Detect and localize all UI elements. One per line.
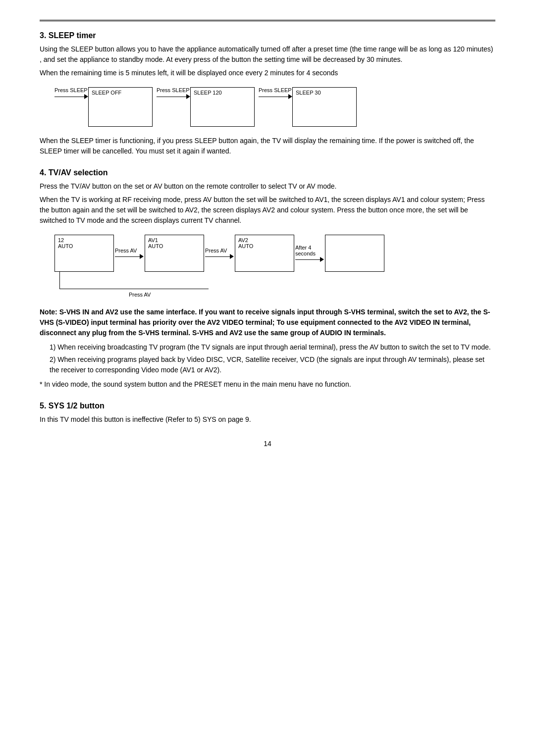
sleep-arrow-3: Press SLEEP (259, 87, 292, 99)
section-4-list-item-1: 1) When receiving broadcasting TV progra… (50, 342, 495, 353)
tvav-feedback: Press AV (54, 272, 495, 298)
tvav-arrow-2-label: Press AV (205, 248, 227, 253)
section-5-para1: In this TV model this button is ineffect… (40, 414, 495, 425)
section-4-para1: Press the TV/AV button on the set or AV … (40, 181, 495, 192)
section-3-heading: 3. SLEEP timer (40, 31, 495, 40)
section-4-para2: When the TV is working at RF receiving m… (40, 195, 495, 226)
sleep-diagram: Press SLEEP SLEEP OFF Press SLEEP SLEEP … (54, 87, 495, 127)
tvav-box-1-line1: 12 (58, 237, 64, 243)
sleep-box-3-label: SLEEP 30 (296, 90, 321, 96)
section-3: 3. SLEEP timer Using the SLEEP button al… (40, 31, 495, 156)
tvav-feedback-label: Press AV (129, 292, 151, 298)
sleep-arrow-2-label: Press SLEEP (157, 87, 190, 93)
sleep-box-1: SLEEP OFF (88, 87, 153, 127)
tvav-box-3: AV2 AUTO (235, 235, 294, 272)
section-5-heading: 5. SYS 1/2 button (40, 402, 495, 410)
section-4-list-item-2: 2) When receiving programs played back b… (50, 354, 495, 375)
sleep-box-3: SLEEP 30 (292, 87, 357, 127)
sleep-arrow-1-label: Press SLEEP (54, 87, 88, 93)
tvav-box-4 (325, 235, 384, 272)
tvav-arrow-3-label: After 4 seconds (295, 245, 316, 256)
tvav-arrow-1: Press AV (115, 248, 144, 259)
page-number: 14 (40, 440, 495, 448)
tvav-arrow-2: Press AV (205, 248, 234, 259)
tvav-box-2-line1: AV1 (148, 237, 158, 243)
section-4-heading: 4. TV/AV selection (40, 168, 495, 177)
section-5: 5. SYS 1/2 button In this TV model this … (40, 402, 495, 425)
tvav-diagram: 12 AUTO Press AV AV1 AUTO Press AV (54, 235, 495, 298)
tvav-box-3-line2: AUTO (238, 243, 253, 249)
tvav-box-3-line1: AV2 (238, 237, 248, 243)
sleep-arrow-2: Press SLEEP (157, 87, 190, 99)
sleep-box-2: SLEEP 120 (190, 87, 255, 127)
top-border (40, 20, 495, 21)
sleep-box-1-label: SLEEP OFF (92, 90, 121, 96)
tvav-box-1: 12 AUTO (54, 235, 114, 272)
sleep-arrow-1: Press SLEEP (54, 87, 88, 99)
tvav-box-1-line2: AUTO (58, 243, 73, 249)
tvav-top-row: 12 AUTO Press AV AV1 AUTO Press AV (54, 235, 495, 272)
section-3-para2: When the remaining time is 5 minutes lef… (40, 68, 495, 78)
tvav-box-2-line2: AUTO (148, 243, 163, 249)
section-4-footnote: * In video mode, the sound system button… (40, 379, 495, 390)
tvav-arrow-1-label: Press AV (115, 248, 137, 253)
section-4: 4. TV/AV selection Press the TV/AV butto… (40, 168, 495, 390)
sleep-box-2-label: SLEEP 120 (194, 90, 222, 96)
tvav-box-2: AV1 AUTO (145, 235, 204, 272)
sleep-arrow-3-label: Press SLEEP (259, 87, 292, 93)
section-3-para1: Using the SLEEP button allows you to hav… (40, 44, 495, 65)
section-4-note: Note: S-VHS IN and AV2 use the same inte… (40, 307, 495, 338)
section-3-para3: When the SLEEP timer is functioning, if … (40, 136, 495, 156)
tvav-arrow-3: After 4 seconds (295, 245, 324, 262)
section-4-list: 1) When receiving broadcasting TV progra… (50, 342, 495, 375)
